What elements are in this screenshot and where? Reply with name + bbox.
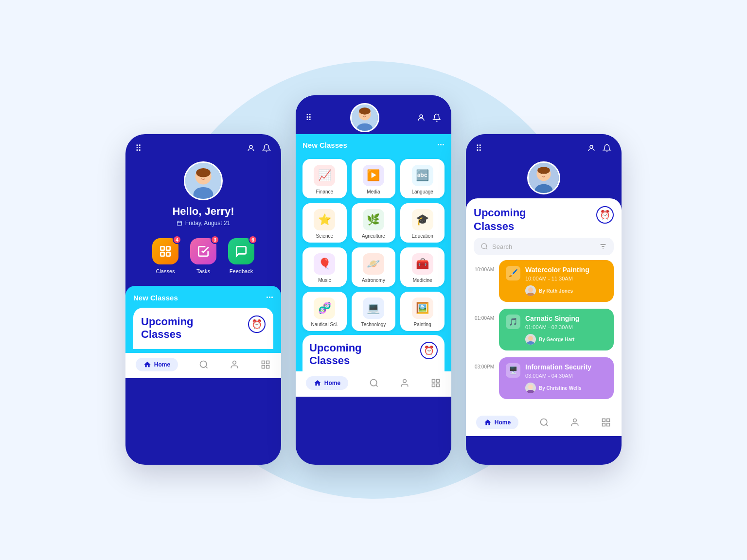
medicine-icon: 🧰 bbox=[412, 253, 433, 275]
feedback-action[interactable]: 6 Feedback bbox=[228, 238, 254, 274]
nav-search-left[interactable] bbox=[198, 359, 209, 370]
edu-icon: 🎓 bbox=[412, 209, 433, 230]
class-card-science[interactable]: ⭐ Science bbox=[302, 203, 347, 243]
security-icon: 🖥️ bbox=[506, 363, 520, 378]
right-bottom-nav: Home bbox=[466, 411, 622, 436]
right-topbar: ⠿ bbox=[466, 134, 622, 158]
classes-grid: 📈 Finance ▶️ Media 🔤 Language bbox=[302, 155, 445, 335]
right-profile-icon[interactable] bbox=[587, 143, 596, 153]
filter-icon[interactable] bbox=[599, 243, 607, 250]
svg-point-38 bbox=[590, 145, 593, 148]
svg-rect-12 bbox=[160, 246, 164, 250]
more-icon[interactable]: ··· bbox=[266, 293, 273, 303]
nav-profile-left[interactable] bbox=[229, 359, 240, 370]
left-bottom-nav: Home bbox=[125, 353, 281, 378]
nav-grid-right[interactable] bbox=[601, 417, 611, 428]
nautical-icon: 🧬 bbox=[314, 298, 335, 319]
class-card-education[interactable]: 🎓 Education bbox=[400, 203, 445, 243]
classes-icon-wrap: 4 bbox=[152, 238, 178, 264]
svg-rect-19 bbox=[262, 361, 265, 364]
svg-rect-60 bbox=[603, 419, 605, 422]
right-avatar bbox=[527, 161, 560, 194]
nav-search-right[interactable] bbox=[539, 417, 550, 428]
svg-point-29 bbox=[359, 107, 370, 114]
nav-grid-left[interactable] bbox=[260, 359, 271, 370]
schedule-item-1: 01:00AM 🎵 Carnatic Singing 01:00AM - 02.… bbox=[474, 309, 614, 350]
classes-label: Classes bbox=[156, 268, 175, 274]
class-card-medicine[interactable]: 🧰 Medicine bbox=[400, 247, 445, 287]
media-icon: ▶️ bbox=[363, 165, 384, 186]
class-card-technology[interactable]: 💻 Technology bbox=[352, 292, 396, 331]
schedule-card-security[interactable]: 🖥️ Information Security 03:00AM - 04.30A… bbox=[499, 357, 614, 399]
nav-home-left[interactable]: Home bbox=[136, 358, 178, 371]
class-card-media[interactable]: ▶️ Media bbox=[352, 159, 396, 198]
menu-dots-icon[interactable]: ⠿ bbox=[135, 143, 142, 154]
upcoming-title-left: Upcoming Classes bbox=[141, 315, 194, 341]
schedule-list: 10:00AM 🖌️ Watercolor Painting 10:00AM -… bbox=[466, 260, 622, 411]
classes-action[interactable]: 4 Classes bbox=[152, 238, 178, 274]
right-clock-icon: ⏰ bbox=[596, 206, 614, 224]
class-card-music[interactable]: 🎈 Music bbox=[302, 247, 347, 287]
nav-grid-center[interactable] bbox=[430, 378, 441, 388]
right-upcoming-title: Upcoming Classes bbox=[474, 206, 526, 233]
scene: ⠿ bbox=[0, 0, 747, 560]
svg-line-17 bbox=[206, 367, 208, 368]
svg-rect-62 bbox=[603, 423, 605, 426]
teacher-avatar-0 bbox=[525, 285, 536, 296]
schedule-card-watercolor[interactable]: 🖌️ Watercolor Painting 10:00AM - 11.30AM… bbox=[499, 260, 614, 302]
phones-container: ⠿ bbox=[125, 95, 622, 465]
svg-rect-34 bbox=[432, 379, 435, 382]
class-card-language[interactable]: 🔤 Language bbox=[400, 159, 445, 198]
svg-point-59 bbox=[573, 419, 577, 422]
feedback-label: Feedback bbox=[230, 268, 253, 274]
astro-icon: 🪐 bbox=[363, 253, 384, 275]
feedback-icon-wrap: 6 bbox=[228, 238, 254, 264]
profile-icon[interactable] bbox=[246, 143, 256, 153]
language-icon: 🔤 bbox=[412, 165, 433, 186]
class-card-astronomy[interactable]: 🪐 Astronomy bbox=[352, 247, 396, 287]
phone-center: ⠿ bbox=[296, 95, 451, 465]
center-profile-icon[interactable] bbox=[416, 113, 426, 122]
schedule-card-carnatic[interactable]: 🎵 Carnatic Singing 01:00AM - 02.30AM By … bbox=[499, 309, 614, 350]
svg-point-18 bbox=[233, 361, 236, 364]
nav-profile-center[interactable] bbox=[399, 378, 410, 388]
right-menu-dots[interactable]: ⠿ bbox=[476, 143, 483, 154]
tasks-label: Tasks bbox=[196, 268, 210, 274]
center-clock-icon: ⏰ bbox=[420, 342, 438, 359]
class-card-finance[interactable]: 📈 Finance bbox=[302, 159, 347, 198]
date-text: Friday, August 21 bbox=[185, 220, 231, 227]
center-more-icon[interactable]: ··· bbox=[437, 140, 445, 150]
svg-rect-20 bbox=[267, 361, 269, 364]
svg-rect-37 bbox=[437, 384, 440, 386]
new-classes-title: New Classes bbox=[133, 294, 178, 302]
teacher-row-1: By George Hart bbox=[525, 334, 579, 345]
svg-rect-61 bbox=[607, 419, 610, 422]
svg-rect-15 bbox=[166, 252, 170, 256]
nav-profile-right[interactable] bbox=[569, 417, 580, 428]
class-card-painting[interactable]: 🖼️ Painting bbox=[400, 292, 445, 331]
singing-icon: 🎵 bbox=[506, 315, 520, 329]
svg-line-58 bbox=[546, 424, 548, 426]
svg-point-52 bbox=[527, 293, 534, 296]
finance-icon: 📈 bbox=[314, 165, 335, 186]
svg-point-53 bbox=[528, 336, 533, 341]
center-menu-dots[interactable]: ⠿ bbox=[305, 112, 313, 123]
nav-home-center[interactable]: Home bbox=[306, 376, 348, 390]
search-bar[interactable]: Search bbox=[474, 238, 614, 255]
class-card-nautical[interactable]: 🧬 Nautical Sci. bbox=[302, 292, 347, 331]
search-icon bbox=[480, 243, 488, 250]
tasks-action[interactable]: 3 Tasks bbox=[190, 238, 216, 274]
bell-icon[interactable] bbox=[262, 143, 271, 153]
nav-home-right[interactable]: Home bbox=[476, 416, 518, 429]
center-bell-icon[interactable] bbox=[432, 113, 442, 122]
teacher-avatar-2 bbox=[525, 383, 536, 393]
quick-actions: 4 Classes 3 Tasks 6 Feedback bbox=[125, 238, 281, 274]
right-bell-icon[interactable] bbox=[602, 143, 612, 153]
new-classes-header: New Classes ··· bbox=[133, 293, 273, 303]
science-icon: ⭐ bbox=[314, 209, 335, 230]
left-upcoming-card: Upcoming Classes ⏰ bbox=[133, 308, 273, 349]
nav-search-center[interactable] bbox=[369, 378, 379, 388]
svg-line-32 bbox=[376, 385, 378, 387]
class-card-agriculture[interactable]: 🌿 Agriculture bbox=[352, 203, 396, 243]
center-new-classes-title: New Classes bbox=[302, 141, 347, 149]
